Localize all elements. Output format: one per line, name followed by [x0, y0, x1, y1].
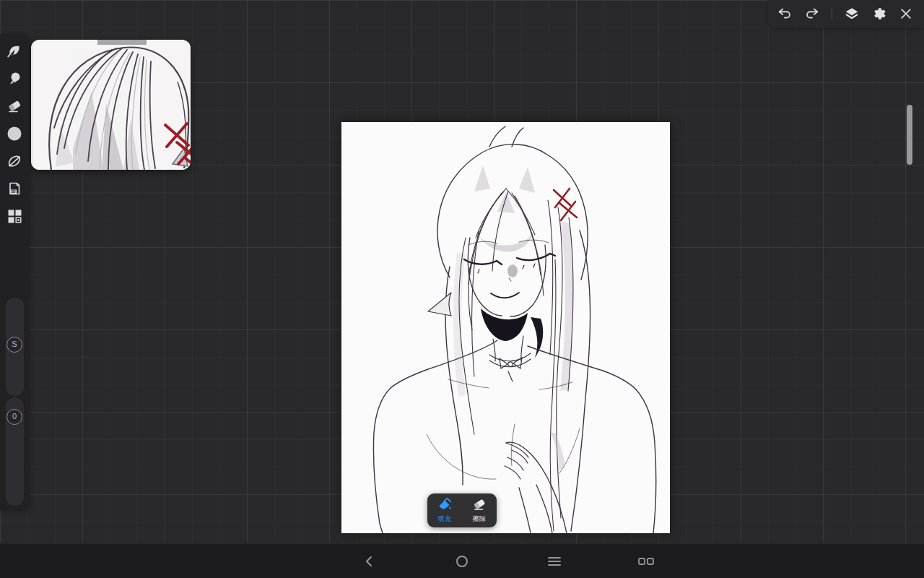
opacity-slider-handle[interactable]: 0	[6, 409, 22, 425]
system-nav-bar	[0, 543, 924, 578]
redo-icon[interactable]	[804, 6, 820, 22]
selection-tool-button[interactable]	[0, 147, 29, 175]
nav-recents-icon[interactable]	[545, 552, 564, 571]
brush-size-slider-handle[interactable]: S	[6, 337, 22, 353]
nav-back-icon[interactable]	[359, 552, 378, 571]
canvas-artwork	[341, 122, 670, 533]
smudge-tool-button[interactable]	[0, 65, 29, 92]
erase-button-label: 擦除	[473, 514, 487, 524]
layer-grid-button[interactable]	[0, 202, 29, 230]
nav-home-icon[interactable]	[453, 552, 471, 571]
eraser-tool-button[interactable]	[0, 92, 29, 120]
left-tool-panel: 3D S 0	[0, 34, 29, 511]
canvas-thumbnail-preview[interactable]	[31, 40, 191, 170]
canvas-3d-button[interactable]: 3D	[0, 175, 29, 202]
paint-tool-button[interactable]	[0, 38, 29, 65]
erase-button[interactable]: 擦除	[462, 493, 497, 527]
drawing-canvas[interactable]	[341, 122, 670, 533]
tool-list: 3D	[0, 34, 29, 230]
top-toolbar	[768, 0, 924, 27]
close-icon[interactable]	[899, 6, 914, 22]
fill-button-label: 填充	[438, 514, 452, 524]
fill-button[interactable]: 填充	[427, 493, 462, 527]
thumbnail-artwork	[31, 40, 191, 170]
fill-toolbar: 填充 擦除	[427, 493, 497, 527]
eraser-icon	[471, 497, 487, 513]
canvas-3d-badge: 3D	[11, 189, 16, 194]
layers-icon[interactable]	[844, 6, 860, 22]
undo-icon[interactable]	[777, 6, 793, 22]
color-swatch-button[interactable]	[0, 120, 29, 147]
settings-gear-icon[interactable]	[871, 6, 887, 22]
paint-bucket-icon	[437, 497, 453, 513]
nav-split-screen-icon[interactable]	[637, 552, 655, 571]
canvas-scrollbar-thumb[interactable]	[907, 105, 912, 165]
toolbar-divider	[832, 8, 832, 20]
